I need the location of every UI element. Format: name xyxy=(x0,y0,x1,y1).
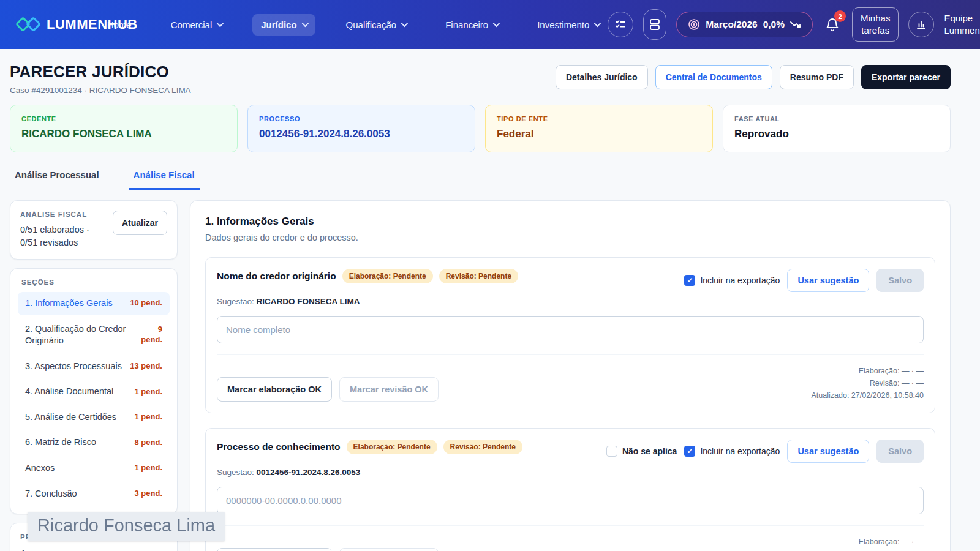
status-badge-elaboracao: Elaboração: Pendente xyxy=(342,269,433,283)
nav-item-qualificacao[interactable]: Qualificação xyxy=(337,14,415,36)
suggestion-line: Sugestão: RICARDO FONSECA LIMA xyxy=(217,297,924,306)
checklist-icon[interactable] xyxy=(608,12,633,37)
section-item-anexos[interactable]: Anexos 1 pend. xyxy=(18,457,170,480)
include-export-checkbox[interactable]: ✓ Incluir na exportação xyxy=(684,275,780,286)
divider xyxy=(217,354,924,355)
case-subtitle: Caso #4291001234 · RICARDO FONSECA LIMA xyxy=(10,86,191,95)
section-item-analise-documental[interactable]: 4. Análise Documental 1 pend. xyxy=(18,380,170,403)
include-export-checkbox[interactable]: ✓ Incluir na exportação xyxy=(684,446,780,457)
checkbox-label: Incluir na exportação xyxy=(700,276,780,285)
section-subtitle: Dados gerais do credor e do processo. xyxy=(205,233,935,242)
section-item-analise-certidoes[interactable]: 5. Análise de Certidões 1 pend. xyxy=(18,406,170,429)
section-label: 6. Matriz de Risco xyxy=(25,437,96,449)
pessoas-partial-row[interactable]: A xyxy=(20,549,167,551)
mark-review-ok-button[interactable]: Marcar revisão OK xyxy=(339,377,439,402)
nav-item-juridico[interactable]: Jurídico xyxy=(252,14,315,36)
section-item-matriz-risco[interactable]: 6. Matriz de Risco 8 pend. xyxy=(18,431,170,454)
section-label: 1. Informações Gerais xyxy=(25,298,113,310)
info-card-fase-atual: FASE ATUAL Reprovado xyxy=(723,105,951,152)
goal-value: 0,0% xyxy=(763,19,785,30)
nome-credor-input[interactable] xyxy=(217,316,924,343)
sections-title: SEÇÕES xyxy=(18,279,170,286)
legal-details-button[interactable]: Detalhes Jurídico xyxy=(556,65,648,89)
team-label[interactable]: Equipe Lummen xyxy=(944,12,979,37)
pdf-summary-button[interactable]: Resumo PDF xyxy=(780,65,854,89)
field-meta: Elaboração: — · — Revisão: — · — Atualiz… xyxy=(812,536,924,551)
checkbox-label: Incluir na exportação xyxy=(700,446,780,456)
nav-item-label: Jurídico xyxy=(261,20,296,30)
field-head: Processo de conhecimento Elaboração: Pen… xyxy=(217,440,924,463)
chevron-down-icon xyxy=(594,20,601,27)
checkbox-label: Não se aplica xyxy=(622,446,677,456)
goal-period-pill[interactable]: Março/2026 0,0% xyxy=(676,12,813,37)
section-item-conclusao[interactable]: 7. Conclusão 3 pend. xyxy=(18,482,170,506)
use-suggestion-button[interactable]: Usar sugestão xyxy=(787,440,869,463)
mark-elaboration-ok-button[interactable]: Marcar elaboração OK xyxy=(217,548,332,551)
page-header-titles: PARECER JURÍDICO Caso #4291001234 · RICA… xyxy=(10,62,191,95)
not-applicable-checkbox[interactable]: Não se aplica xyxy=(606,446,677,457)
stack-icon[interactable] xyxy=(643,9,666,40)
brand-name: LUMMENHUB xyxy=(47,17,138,32)
my-tasks-button[interactable]: Minhas tarefas xyxy=(852,7,899,42)
status-badge-elaboracao: Elaboração: Pendente xyxy=(347,440,437,454)
info-card-label: CEDENTE xyxy=(21,115,226,122)
mark-review-ok-button[interactable]: Marcar revisão OK xyxy=(339,548,439,551)
nav-item-comercial[interactable]: Comercial xyxy=(162,14,231,36)
section-item-informacoes-gerais[interactable]: 1. Informações Gerais 10 pend. xyxy=(18,292,170,315)
field-title: Processo de conhecimento xyxy=(217,441,341,452)
brand[interactable]: LUMMENHUB xyxy=(16,15,138,34)
checkbox-empty-icon xyxy=(606,446,617,457)
suggestion-label: Sugestão: xyxy=(217,468,254,477)
bar-chart-icon[interactable] xyxy=(908,12,934,37)
info-cards-row: CEDENTE RICARDO FONSECA LIMA PROCESSO 00… xyxy=(0,103,980,152)
sections-list: 1. Informações Gerais 10 pend. 2. Qualif… xyxy=(18,292,170,505)
info-card-processo: PROCESSO 0012456-91.2024.8.26.0053 xyxy=(247,105,475,152)
use-suggestion-button[interactable]: Usar sugestão xyxy=(787,269,869,292)
meta-atualizado: Atualizado: 27/02/2026, 10:58:40 xyxy=(812,389,924,402)
meta-revisao: Revisão: — · — xyxy=(812,548,924,551)
refresh-button[interactable]: Atualizar xyxy=(113,211,167,235)
chevron-down-icon xyxy=(217,20,224,27)
mark-elaboration-ok-button[interactable]: Marcar elaboração OK xyxy=(217,377,332,402)
section-label: Anexos xyxy=(25,462,55,474)
nav-item-investimento[interactable]: Investimento xyxy=(529,14,608,36)
pending-count: 1 pend. xyxy=(134,463,162,473)
target-icon xyxy=(688,18,700,31)
header-actions: Detalhes Jurídico Central de Documentos … xyxy=(556,65,970,89)
main-panel: 1. Informações Gerais Dados gerais do cr… xyxy=(190,200,951,551)
fiscal-progress-status: 0/51 elaborados · 0/51 revisados xyxy=(20,223,107,249)
tab-analise-fiscal[interactable]: Análise Fiscal xyxy=(129,163,200,190)
pending-count: 9 pend. xyxy=(141,324,162,345)
info-card-value: RICARDO FONSECA LIMA xyxy=(21,128,226,140)
pending-count: 1 pend. xyxy=(134,412,162,422)
suggestion-line: Sugestão: 0012456-91.2024.8.26.0053 xyxy=(217,468,924,477)
info-card-label: PROCESSO xyxy=(259,115,464,122)
checkbox-checked-icon: ✓ xyxy=(684,275,695,286)
footer-buttons: Marcar elaboração OK Marcar revisão OK xyxy=(217,377,439,402)
chevron-down-icon xyxy=(493,20,500,27)
field-card-nome-credor: Nome do credor originário Elaboração: Pe… xyxy=(205,257,935,413)
saved-button: Salvo xyxy=(876,269,924,292)
processo-conhecimento-input[interactable] xyxy=(217,487,924,514)
tab-analise-processual[interactable]: Análise Processual xyxy=(10,163,104,190)
info-card-label: FASE ATUAL xyxy=(734,115,939,122)
notifications-count-badge: 2 xyxy=(834,10,846,22)
export-opinion-button[interactable]: Exportar parecer xyxy=(861,65,951,89)
main-nav: Home Comercial Jurídico Qualificação Fin… xyxy=(99,14,608,36)
fiscal-progress-card: ANÁLISE FISCAL 0/51 elaborados · 0/51 re… xyxy=(10,200,178,260)
info-card-tipo-ente: TIPO DE ENTE Federal xyxy=(485,105,713,152)
top-navbar: LUMMENHUB Home Comercial Jurídico Qualif… xyxy=(0,0,980,49)
notifications-bell[interactable]: 2 xyxy=(825,17,840,32)
info-card-value: 0012456-91.2024.8.26.0053 xyxy=(259,128,464,140)
field-footer: Marcar elaboração OK Marcar revisão OK E… xyxy=(217,536,924,551)
nav-item-financeiro[interactable]: Financeiro xyxy=(437,14,507,36)
pending-count: 10 pend. xyxy=(130,298,162,309)
page-header: PARECER JURÍDICO Caso #4291001234 · RICA… xyxy=(0,49,980,103)
section-item-qualificacao-credor[interactable]: 2. Qualificação do Credor Originário 9 p… xyxy=(18,318,170,353)
chevron-down-icon xyxy=(401,20,408,27)
suggestion-value: RICARDO FONSECA LIMA xyxy=(257,297,360,306)
field-title: Nome do credor originário xyxy=(217,271,336,282)
documents-center-button[interactable]: Central de Documentos xyxy=(655,65,772,89)
nav-item-label: Financeiro xyxy=(445,20,488,30)
section-item-aspectos-processuais[interactable]: 3. Aspectos Processuais 13 pend. xyxy=(18,355,170,378)
